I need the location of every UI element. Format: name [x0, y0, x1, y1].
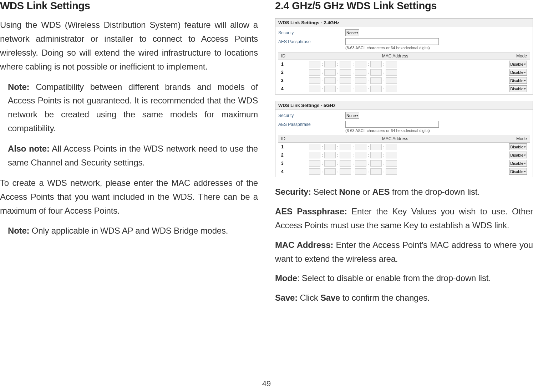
mode-select[interactable]: Disable — [509, 77, 527, 84]
mode-select[interactable]: Disable — [509, 152, 527, 158]
mac-octet-input[interactable] — [309, 61, 320, 67]
security-label: Security — [278, 30, 342, 35]
mac-octet-input[interactable] — [386, 61, 397, 67]
field-descriptions: Security: Select None or AES from the dr… — [275, 185, 533, 305]
desc-security-mid: or — [360, 187, 372, 197]
mac-octet-input[interactable] — [309, 152, 320, 158]
settings-screenshots: WDS Link Settings - 2.4GHz Security None… — [275, 18, 533, 177]
mac-octet-input[interactable] — [370, 61, 382, 67]
aes-passphrase-input[interactable] — [345, 121, 439, 128]
mac-octet-input[interactable] — [324, 160, 336, 167]
col-id: ID — [278, 52, 293, 60]
mac-octet-input[interactable] — [340, 77, 351, 84]
col-id: ID — [278, 135, 293, 143]
mac-input-group: : : : : : — [295, 160, 496, 167]
mac-octet-input[interactable] — [309, 69, 320, 76]
mac-octet-input[interactable] — [324, 77, 336, 84]
mac-octet-input[interactable] — [386, 77, 397, 84]
note-1-body: Compatibility between different brands a… — [8, 82, 258, 133]
col-mode: Mode — [497, 52, 530, 60]
mac-octet-input[interactable] — [355, 168, 366, 175]
mac-octet-input[interactable] — [386, 69, 397, 76]
security-select[interactable]: None — [345, 112, 359, 119]
mac-input-group: : : : : : — [295, 77, 496, 84]
mac-octet-input[interactable] — [324, 61, 336, 67]
mac-octet-input[interactable] — [370, 152, 382, 158]
mac-octet-input[interactable] — [355, 160, 366, 167]
mac-octet-input[interactable] — [370, 144, 382, 150]
mac-octet-input[interactable] — [324, 69, 336, 76]
mac-octet-input[interactable] — [370, 160, 382, 167]
mode-select[interactable]: Disable — [509, 61, 527, 67]
table-row: 4 : : : : : Disable — [278, 85, 530, 93]
mac-octet-input[interactable] — [340, 69, 351, 76]
mac-octet-input[interactable] — [370, 77, 382, 84]
mode-select[interactable]: Disable — [509, 69, 527, 76]
left-heading: WDS Link Settings — [0, 0, 258, 12]
mac-octet-input[interactable] — [370, 168, 382, 175]
note-1-label: Note: — [8, 82, 29, 92]
table-row: 3 : : : : : Disable — [278, 76, 530, 85]
mode-select[interactable]: Disable — [509, 143, 527, 150]
mac-octet-input[interactable] — [386, 168, 397, 175]
aes-passphrase-input[interactable] — [345, 38, 439, 45]
mac-octet-input[interactable] — [309, 160, 320, 167]
desc-security-opt-none: None — [339, 187, 360, 197]
desc-security-label: Security: — [275, 187, 311, 197]
mac-table-24ghz: ID MAC Address Mode 1 : — [278, 52, 530, 93]
note-1: Note: Compatibility between different br… — [8, 80, 258, 136]
note-2: Also note: All Access Points in the WDS … — [8, 142, 258, 170]
mac-octet-input[interactable] — [309, 77, 320, 84]
right-column: 2.4 GHz/5 GHz WDS Link Settings WDS Link… — [275, 0, 533, 311]
panel-title-24ghz: WDS Link Settings - 2.4GHz — [275, 19, 533, 27]
mac-octet-input[interactable] — [355, 77, 366, 84]
mac-octet-input[interactable] — [355, 69, 366, 76]
mac-octet-input[interactable] — [340, 144, 351, 150]
desc-save-btn: Save — [320, 293, 340, 302]
paragraph-2: To create a WDS network, please enter th… — [0, 176, 258, 218]
mac-input-group: : : : : : — [295, 168, 496, 175]
desc-security: Security: Select None or AES from the dr… — [275, 185, 533, 199]
mac-octet-input[interactable] — [340, 86, 351, 92]
mac-octet-input[interactable] — [340, 160, 351, 167]
mac-octet-input[interactable] — [340, 61, 351, 67]
desc-security-opt-aes: AES — [372, 187, 390, 197]
mac-octet-input[interactable] — [324, 144, 336, 150]
mac-input-group: : : : : : — [295, 69, 496, 76]
left-column: WDS Link Settings Using the WDS (Wireles… — [0, 0, 258, 311]
mac-octet-input[interactable] — [370, 86, 382, 92]
mac-octet-input[interactable] — [355, 86, 366, 92]
right-heading: 2.4 GHz/5 GHz WDS Link Settings — [275, 0, 533, 12]
mac-octet-input[interactable] — [309, 86, 320, 92]
note-2-label: Also note: — [8, 144, 50, 153]
mac-input-group: : : : : : — [295, 86, 496, 92]
mac-octet-input[interactable] — [340, 152, 351, 158]
mac-octet-input[interactable] — [355, 152, 366, 158]
mac-octet-input[interactable] — [340, 168, 351, 175]
mac-octet-input[interactable] — [386, 152, 397, 158]
mac-octet-input[interactable] — [324, 86, 336, 92]
mode-select[interactable]: Disable — [509, 160, 527, 167]
table-row: 1 : : : : : Disable — [278, 60, 530, 68]
mac-octet-input[interactable] — [355, 61, 366, 67]
mac-octet-input[interactable] — [324, 168, 336, 175]
mode-select[interactable]: Disable — [509, 85, 527, 92]
mac-octet-input[interactable] — [386, 86, 397, 92]
mac-octet-input[interactable] — [355, 144, 366, 150]
desc-mode: Mode: Select to disable or enable from t… — [275, 271, 533, 285]
mac-octet-input[interactable] — [370, 69, 382, 76]
row-id: 2 — [278, 151, 293, 159]
security-select[interactable]: None — [345, 29, 359, 36]
table-row: 2 : : : : : Disable — [278, 151, 530, 159]
desc-save: Save: Click Save to confirm the changes. — [275, 291, 533, 305]
mode-select[interactable]: Disable — [509, 168, 527, 175]
mac-input-group: : : : : : — [295, 152, 496, 158]
mac-octet-input[interactable] — [324, 152, 336, 158]
mac-input-group: : : : : : — [295, 61, 496, 67]
note-3-label: Note: — [8, 226, 29, 235]
mac-octet-input[interactable] — [386, 160, 397, 167]
desc-save-tail: to confirm the changes. — [340, 293, 430, 302]
mac-octet-input[interactable] — [309, 144, 320, 150]
mac-octet-input[interactable] — [309, 168, 320, 175]
mac-octet-input[interactable] — [386, 144, 397, 150]
